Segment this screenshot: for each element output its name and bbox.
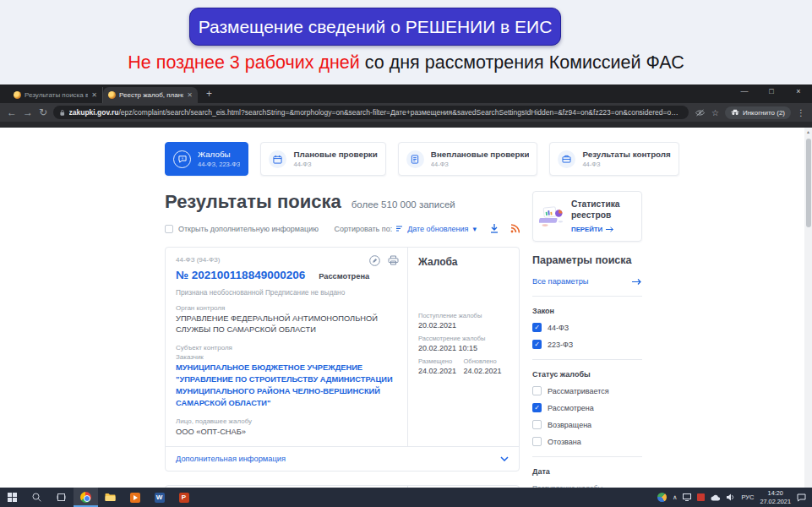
tab-close-icon[interactable]: ✕ (187, 91, 193, 99)
checkbox-label: Возвращена (548, 421, 591, 429)
chrome-icon (80, 492, 91, 503)
checkbox-unchecked-icon[interactable] (532, 420, 542, 429)
scrollbar-thumb[interactable] (806, 139, 811, 227)
clock-date: 27.02.2021 (760, 498, 791, 505)
bookmark-star-icon[interactable]: ☆ (711, 108, 719, 117)
law-223fz-option[interactable]: ✓ 223-ФЗ (532, 340, 642, 349)
calendar-check-icon (269, 150, 286, 168)
download-icon[interactable] (490, 224, 499, 233)
placed-date: 24.02.2021 (418, 367, 464, 375)
chevron-down-icon[interactable] (500, 456, 509, 461)
sort-value[interactable]: Дате обновления (407, 225, 468, 233)
browser-tab-2-active[interactable]: Реестр жалоб, плановых и вне ✕ (103, 87, 198, 103)
tab-sublabel: 44-ФЗ (431, 161, 530, 168)
clock-time: 14:20 (768, 489, 783, 497)
taskbar-clock[interactable]: 14:20 27.02.2021 (760, 489, 791, 504)
new-tab-button[interactable]: + (206, 88, 212, 100)
reload-button[interactable]: ↻ (39, 107, 47, 117)
subject-value-link[interactable]: МУНИЦИПАЛЬНОЕ БЮДЖЕТНОЕ УЧРЕЖДЕНИЕ "УПРА… (176, 363, 397, 410)
action-center-icon[interactable] (797, 493, 806, 502)
registry-stats-panel[interactable]: Статистика реестров ПЕРЕЙТИ (532, 191, 642, 242)
browser-tab-1[interactable]: Результаты поиска в каталоге ✕ (8, 87, 103, 103)
card-result: Признана необоснованной Предписание не в… (176, 288, 397, 297)
subtitle-deadline-text: Не позднее 3 рабочих дней (128, 52, 359, 73)
law-section-title: Закон (532, 307, 642, 315)
system-tray: ∧ РУС 14:20 27.02.2021 (657, 488, 812, 507)
taskbar-video-app-button[interactable] (123, 488, 147, 507)
checkbox-unchecked-icon[interactable] (532, 386, 542, 395)
browser-toolbar: ← → ↻ zakupki.gov.ru/epz/complaint/searc… (0, 103, 812, 122)
law-44fz-option[interactable]: ✓ 44-ФЗ (532, 323, 642, 332)
tab-label: Плановые проверки (293, 150, 377, 159)
minimize-button[interactable]: — (731, 84, 758, 98)
receipt-label: Поступление жалобы (418, 312, 509, 319)
status-withdrawn-option[interactable]: Отозвана (532, 437, 642, 446)
taskbar-explorer-button[interactable] (98, 488, 123, 507)
receipt-date: 20.02.2021 (418, 321, 509, 330)
taskbar-search-button[interactable] (25, 488, 49, 507)
search-params-title: Параметры поиска (532, 254, 642, 266)
start-button[interactable] (0, 488, 25, 507)
onedrive-cloud-icon[interactable] (711, 494, 721, 501)
arrow-right-icon (606, 226, 614, 232)
taskbar-powerpoint-button[interactable]: P (172, 488, 196, 507)
sort-caret-icon[interactable]: ▾ (472, 225, 477, 233)
checkbox-label: Рассмотрена (548, 404, 594, 412)
divider (532, 359, 642, 360)
eye-blocked-icon[interactable] (695, 109, 706, 117)
card-law: 44-ФЗ (94-ФЗ) (176, 256, 397, 264)
subtitle-rest-text: со дня рассмотрения Комиссией ФАС (360, 52, 684, 73)
page-title: Результаты поиска (165, 191, 341, 213)
status-considering-option[interactable]: Рассматривается (532, 386, 642, 395)
task-view-button[interactable] (49, 488, 74, 507)
stats-title: Статистика реестров (571, 199, 635, 221)
stats-go-link[interactable]: ПЕРЕЙТИ (571, 226, 602, 233)
address-bar[interactable]: zakupki.gov.ru/epz/complaint/search/sear… (53, 106, 689, 119)
tab-unplanned-inspections[interactable]: Внеплановые проверки 44-ФЗ (398, 142, 538, 176)
close-button[interactable]: × (785, 84, 812, 98)
tray-expand-icon[interactable]: ∧ (673, 493, 678, 501)
incognito-badge[interactable]: Инкогнито (2) (725, 106, 791, 119)
checkbox-unchecked-icon[interactable] (532, 437, 542, 446)
edit-circle-icon[interactable] (369, 255, 380, 266)
tab-planned-inspections[interactable]: Плановые проверки 44-ФЗ (260, 142, 385, 176)
divider (532, 296, 642, 297)
menu-dots-icon[interactable]: ⋮ (797, 108, 805, 117)
card-number-link[interactable]: № 202100118849000206 (176, 269, 305, 281)
rss-icon[interactable] (510, 224, 520, 233)
all-params-link[interactable]: Все параметры (532, 277, 642, 286)
checkbox-checked-icon[interactable]: ✓ (532, 340, 542, 349)
status-section-title: Статус жалобы (532, 370, 642, 379)
slide-title: Размещение сведений о РЕШЕНИИ в ЕИС (189, 8, 561, 46)
tray-browser-icon[interactable] (657, 493, 667, 502)
forward-button[interactable]: → (23, 107, 33, 117)
status-considered-option[interactable]: ✓ Рассмотрена (532, 403, 642, 412)
tray-display-icon[interactable] (683, 493, 691, 501)
taskbar-word-button[interactable]: W (147, 488, 172, 507)
checkbox-checked-icon[interactable]: ✓ (532, 323, 542, 332)
windows-taskbar: W P ∧ РУС 14:20 27.02.2021 (0, 488, 812, 507)
tab-complaints[interactable]: Жалобы 44-ФЗ, 223-ФЗ (165, 142, 248, 176)
sort-by-label: Сортировать по: (335, 225, 393, 233)
print-icon[interactable] (388, 255, 399, 265)
updated-label: Обновлено (464, 357, 510, 365)
open-additional-checkbox[interactable] (165, 225, 173, 233)
organ-label: Орган контроля (176, 304, 397, 312)
tab-label: Результаты контроля (582, 150, 670, 159)
scroll-up-icon[interactable]: ▲ (804, 128, 812, 134)
open-additional-label: Открыть дополнительную информацию (178, 225, 319, 233)
tray-app-badge-icon[interactable] (697, 493, 705, 501)
checkbox-label: Отозвана (548, 438, 581, 446)
tab-label: Внеплановые проверки (431, 150, 530, 159)
language-indicator[interactable]: РУС (741, 493, 754, 501)
tab-close-icon[interactable]: ✕ (91, 91, 97, 99)
status-returned-option[interactable]: Возвращена (532, 420, 642, 429)
taskbar-chrome-button[interactable] (74, 488, 98, 507)
checkbox-checked-icon[interactable]: ✓ (532, 403, 542, 412)
page-scrollbar[interactable]: ▲ (804, 128, 812, 488)
maximize-button[interactable]: □ (758, 84, 785, 98)
tab-control-results[interactable]: Результаты контроля 44-ФЗ (549, 142, 678, 176)
speaker-icon[interactable] (727, 493, 735, 501)
additional-info-link[interactable]: Дополнительная информация (176, 455, 286, 463)
back-button[interactable]: ← (7, 107, 17, 117)
